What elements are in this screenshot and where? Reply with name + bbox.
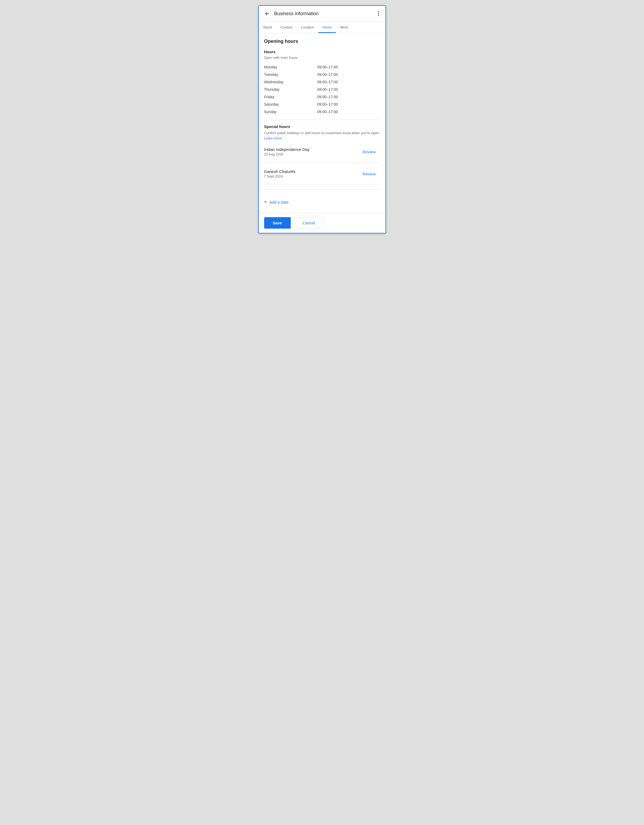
hours-row: Sunday 09:00–17:00 bbox=[264, 108, 380, 116]
tab-contact[interactable]: Contact bbox=[276, 22, 297, 33]
special-hours-desc: Confirm public holidays or add hours so … bbox=[264, 130, 380, 141]
day-label: Saturday bbox=[264, 100, 317, 108]
time-label: 09:00–17:00 bbox=[317, 78, 380, 86]
holiday-divider bbox=[264, 185, 380, 185]
bottom-bar: Save Cancel bbox=[259, 213, 385, 233]
header: Business information bbox=[259, 6, 385, 22]
holidays-container: Indian Independence Day 15 Aug 2024 Revi… bbox=[264, 145, 380, 185]
time-label: 09:00–17:00 bbox=[317, 71, 380, 78]
holiday-info: Indian Independence Day 15 Aug 2024 bbox=[264, 147, 310, 156]
dot-icon bbox=[378, 11, 379, 12]
hours-row: Thursday 09:00–17:00 bbox=[264, 86, 380, 93]
add-icon: + bbox=[264, 199, 267, 205]
dot-icon bbox=[378, 13, 379, 14]
opening-hours-title: Opening hours bbox=[264, 39, 380, 44]
special-hours-title: Special hours bbox=[264, 124, 380, 129]
hours-subtitle: Hours bbox=[264, 49, 380, 54]
time-label: 09:00–17:00 bbox=[317, 86, 380, 93]
time-label: 09:00–17:00 bbox=[317, 63, 380, 71]
holiday-row: Indian Independence Day 15 Aug 2024 Revi… bbox=[264, 145, 380, 158]
hours-section: Hours Open with main hours Monday 09:00–… bbox=[264, 49, 380, 116]
divider-add-date bbox=[264, 189, 380, 190]
header-left: Business information bbox=[263, 9, 319, 17]
divider-1 bbox=[264, 120, 380, 120]
day-label: Thursday bbox=[264, 86, 317, 93]
main-content: Opening hours Hours Open with main hours… bbox=[259, 33, 385, 213]
time-label: 09:00–17:00 bbox=[317, 93, 380, 100]
back-arrow-icon bbox=[264, 11, 270, 17]
tab-about[interactable]: About bbox=[259, 22, 276, 33]
add-date-row[interactable]: + Add a date bbox=[264, 194, 380, 212]
nav-tabs: About Contact Location Hours More bbox=[259, 22, 385, 33]
hours-subtitle-desc: Open with main hours bbox=[264, 56, 380, 60]
holiday-row: Ganesh Chaturthi 7 Sept 2024 Review bbox=[264, 167, 380, 181]
hours-row: Friday 09:00–17:00 bbox=[264, 93, 380, 100]
hours-table: Monday 09:00–17:00 Tuesday 09:00–17:00 W… bbox=[264, 63, 380, 116]
hours-row: Wednesday 09:00–17:00 bbox=[264, 78, 380, 86]
tab-more[interactable]: More bbox=[336, 22, 353, 33]
holiday-date: 7 Sept 2024 bbox=[264, 174, 296, 178]
day-label: Friday bbox=[264, 93, 317, 100]
holiday-divider bbox=[264, 162, 380, 163]
time-label: 09:00–17:00 bbox=[317, 108, 380, 116]
holiday-name: Indian Independence Day bbox=[264, 147, 310, 152]
special-hours-section: Special hours Confirm public holidays or… bbox=[264, 124, 380, 213]
page-title: Business information bbox=[274, 11, 319, 17]
hours-row: Saturday 09:00–17:00 bbox=[264, 100, 380, 108]
add-date-label: Add a date bbox=[269, 200, 289, 204]
dot-icon bbox=[378, 15, 379, 16]
review-button[interactable]: Review bbox=[358, 170, 380, 178]
tab-location[interactable]: Location bbox=[297, 22, 318, 33]
holiday-date: 15 Aug 2024 bbox=[264, 152, 310, 156]
day-label: Monday bbox=[264, 63, 317, 71]
holiday-name: Ganesh Chaturthi bbox=[264, 169, 296, 174]
time-label: 09:00–17:00 bbox=[317, 100, 380, 108]
day-label: Tuesday bbox=[264, 71, 317, 78]
day-label: Wednesday bbox=[264, 78, 317, 86]
tab-hours[interactable]: Hours bbox=[318, 22, 336, 33]
review-button[interactable]: Review bbox=[358, 147, 380, 156]
special-hours-desc-text: Confirm public holidays or add hours so … bbox=[264, 131, 380, 135]
back-button[interactable] bbox=[263, 9, 271, 17]
hours-row: Tuesday 09:00–17:00 bbox=[264, 71, 380, 78]
more-menu-button[interactable] bbox=[376, 10, 381, 17]
cancel-button[interactable]: Cancel bbox=[294, 217, 324, 229]
save-button[interactable]: Save bbox=[264, 217, 291, 229]
learn-more-link[interactable]: Learn more bbox=[264, 136, 282, 140]
holiday-info: Ganesh Chaturthi 7 Sept 2024 bbox=[264, 169, 296, 178]
hours-row: Monday 09:00–17:00 bbox=[264, 63, 380, 71]
app-container: Business information About Contact Locat… bbox=[258, 5, 386, 233]
day-label: Sunday bbox=[264, 108, 317, 116]
